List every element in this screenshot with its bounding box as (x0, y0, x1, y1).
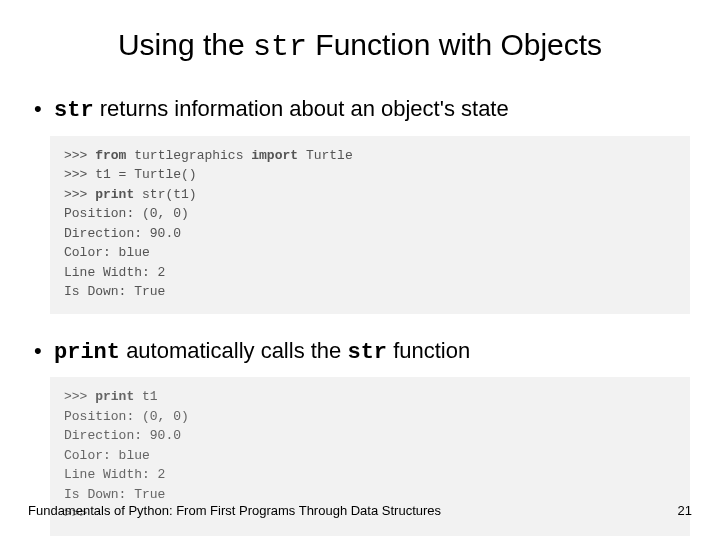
code-text: str(t1) (134, 187, 196, 202)
bullet1-code: str (54, 98, 94, 123)
code-line: >>> print str(t1) (64, 187, 197, 202)
bullet2-code1: print (54, 340, 120, 365)
bullet-list: • str returns information about an objec… (0, 74, 720, 126)
code-line: Position: (0, 0) (64, 206, 189, 221)
bullet-marker: • (30, 94, 54, 124)
bullet-text: str returns information about an object'… (54, 94, 509, 126)
keyword: print (95, 187, 134, 202)
prompt: >>> (64, 187, 95, 202)
code-line: Line Width: 2 (64, 265, 165, 280)
code-text: turtlegraphics (126, 148, 251, 163)
code-line: Direction: 90.0 (64, 226, 181, 241)
title-post: Function with Objects (307, 28, 602, 61)
slide-title: Using the str Function with Objects (0, 0, 720, 74)
prompt: >>> (64, 148, 95, 163)
bullet1-rest: returns information about an object's st… (94, 96, 509, 121)
code-text: Turtle (298, 148, 353, 163)
bullet-list: • print automatically calls the str func… (0, 336, 720, 368)
slide: Using the str Function with Objects • st… (0, 0, 720, 540)
keyword: import (251, 148, 298, 163)
title-code: str (253, 30, 307, 64)
bullet-item: • str returns information about an objec… (30, 94, 690, 126)
bullet2-mid: automatically calls the (120, 338, 347, 363)
footer-text: Fundamentals of Python: From First Progr… (28, 503, 441, 518)
code-block-1: >>> from turtlegraphics import Turtle >>… (50, 136, 690, 314)
prompt: >>> (64, 389, 95, 404)
bullet2-code2: str (347, 340, 387, 365)
code-line: Is Down: True (64, 284, 165, 299)
code-line: >>> print t1 (64, 389, 158, 404)
code-line: >>> t1 = Turtle() (64, 167, 197, 182)
code-text: t1 (134, 389, 157, 404)
page-number: 21 (678, 503, 692, 518)
bullet-text: print automatically calls the str functi… (54, 336, 470, 368)
keyword: print (95, 389, 134, 404)
title-pre: Using the (118, 28, 253, 61)
code-line: >>> from turtlegraphics import Turtle (64, 148, 353, 163)
code-line: Is Down: True (64, 487, 165, 502)
code-line: Color: blue (64, 448, 150, 463)
code-line: Direction: 90.0 (64, 428, 181, 443)
keyword: from (95, 148, 126, 163)
bullet2-rest: function (387, 338, 470, 363)
code-line: Position: (0, 0) (64, 409, 189, 424)
footer: Fundamentals of Python: From First Progr… (28, 503, 692, 518)
code-line: Line Width: 2 (64, 467, 165, 482)
bullet-item: • print automatically calls the str func… (30, 336, 690, 368)
bullet-marker: • (30, 336, 54, 366)
code-line: Color: blue (64, 245, 150, 260)
